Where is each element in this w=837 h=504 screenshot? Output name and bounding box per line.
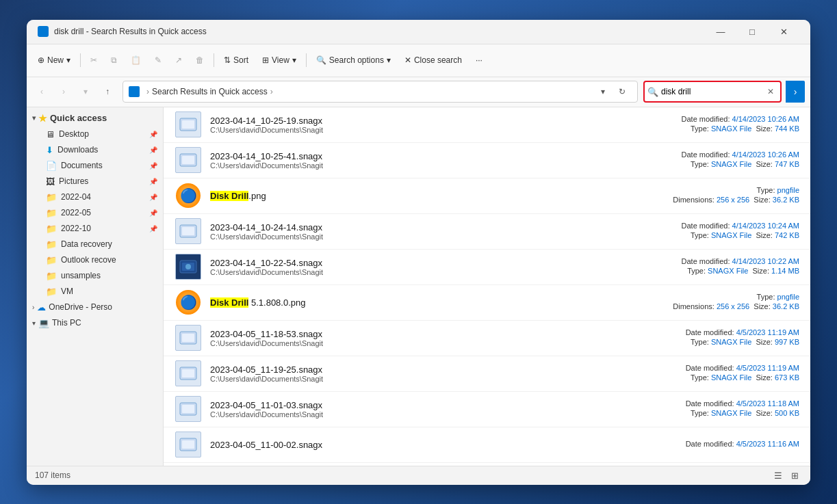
table-row[interactable]: 2023-04-05_11-18-53.snagx C:\Users\david… [164,321,810,356]
close-search-icon: ✕ [404,55,411,65]
svg-point-8 [185,264,191,269]
folder-2022-04-label: 2022-04 [61,192,145,202]
pictures-pin-icon: 📌 [149,178,157,185]
sidebar-item-unsamples[interactable]: 📁 unsamples [27,268,163,284]
folder-2022-10-pin-icon: 📌 [149,225,157,233]
file-path: C:\Users\david\Documents\Snagit [210,375,621,383]
rename-button[interactable]: ✎ [149,49,167,71]
file-thumbnail [175,253,202,280]
file-name: 2023-04-05_11-01-03.snagx [210,400,621,410]
sidebar-item-vm[interactable]: 📁 VM [27,284,163,300]
quick-access-label: Quick access [50,113,107,123]
search-options-button[interactable]: 🔍 Search options ▾ [311,49,396,71]
back-button[interactable]: ‹ [32,82,51,101]
file-list: 2023-04-14_10-25-19.snagx C:\Users\david… [164,107,810,466]
sidebar-item-documents[interactable]: 📄 Documents 📌 [27,158,163,174]
this-pc-arrow: ▾ [32,319,36,327]
delete-button[interactable]: 🗑 [190,49,209,71]
sidebar: ▾ ★ Quick access 🖥 Desktop 📌 ⬇ Downloads… [27,107,164,466]
file-info: 2023-04-14_10-24-14.snagx C:\Users\david… [210,222,621,241]
table-row[interactable]: 2023-04-14_10-25-41.snagx C:\Users\david… [164,143,810,178]
cut-button[interactable]: ✂ [85,49,103,71]
new-button[interactable]: ⊕ New ▾ [32,49,76,71]
table-row[interactable]: 2023-04-14_10-22-54.snagx C:\Users\david… [164,250,810,285]
sidebar-item-outlook-recovery[interactable]: 📁 Outlook recove [27,252,163,268]
file-path: C:\Users\david\Documents\Snagit [210,126,621,134]
copy-icon: ⧉ [111,55,117,65]
view-button[interactable]: ⊞ View ▾ [257,49,302,71]
file-meta: Type: pngfile Dimensions: 256 x 256 Size… [621,186,799,205]
share-button[interactable]: ↗ [170,49,188,71]
documents-label: Documents [61,161,145,170]
view-icon: ⊞ [262,55,269,65]
address-path[interactable]: › Search Results in Quick access › ▾ ↻ [123,81,638,103]
recent-locations-button[interactable]: ▾ [76,82,95,101]
svg-rect-16 [182,440,194,449]
table-row[interactable]: 🔵 Disk Drill 5.1.808.0.png Type: pngfile… [164,285,810,321]
title-controls: — □ ✕ [705,20,799,44]
file-path: C:\Users\david\Documents\Snagit [210,410,621,419]
path-end-chevron: › [270,87,273,96]
file-info: 2023-04-05_11-19-25.snagx C:\Users\david… [210,364,621,383]
dropdown-button[interactable]: ▾ [593,82,613,101]
copy-button[interactable]: ⧉ [105,49,123,71]
more-button[interactable]: ··· [470,49,488,71]
folder-unsamples-label: unsamples [61,271,157,280]
this-pc-section[interactable]: ▾ 💻 This PC [27,315,163,331]
file-name: 2023-04-05_11-18-53.snagx [210,329,621,339]
sort-icon: ⇅ [224,55,231,65]
list-view-button[interactable]: ☰ [771,468,786,483]
close-button[interactable]: ✕ [768,20,799,44]
forward-button[interactable]: › [54,82,73,101]
onedrive-section[interactable]: › ☁ OneDrive - Perso [27,300,163,315]
detail-view-button[interactable]: ⊞ [787,468,802,483]
search-clear-button[interactable]: ✕ [764,85,777,98]
table-row[interactable]: 🔵 Disk Drill.png Type: pngfile Dimension… [164,178,810,214]
file-thumbnail [175,111,202,138]
folder-outlook-label: Outlook recove [61,255,157,265]
documents-icon: 📄 [46,161,57,171]
sidebar-item-2022-05[interactable]: 📁 2022-05 📌 [27,205,163,221]
folder-2022-10-label: 2022-10 [61,224,145,233]
file-path: C:\Users\david\Documents\Snagit [210,268,621,276]
rename-icon: ✎ [155,55,162,65]
sidebar-item-downloads[interactable]: ⬇ Downloads 📌 [27,142,163,158]
file-info: 2023-04-05_11-18-53.snagx C:\Users\david… [210,329,621,347]
sidebar-item-2022-10[interactable]: 📁 2022-10 📌 [27,221,163,237]
minimize-button[interactable]: — [705,20,736,44]
sidebar-item-2022-04[interactable]: 📁 2022-04 📌 [27,189,163,205]
file-meta: Date modified: 4/14/2023 10:26 AM Type: … [621,150,799,170]
folder-2022-04-icon: 📁 [46,192,57,202]
separator-1 [80,53,81,67]
close-search-button[interactable]: ✕ Close search [399,49,467,71]
sidebar-item-pictures[interactable]: 🖼 Pictures 📌 [27,174,163,189]
table-row[interactable]: 2023-04-14_10-24-14.snagx C:\Users\david… [164,214,810,250]
file-meta: Date modified: 4/5/2023 11:16 AM [621,440,799,449]
paste-button[interactable]: 📋 [125,49,146,71]
file-thumbnail [175,217,202,245]
table-row[interactable]: 2023-04-05_11-00-02.snagx Date modified:… [164,427,810,463]
up-button[interactable]: ↑ [98,82,117,101]
table-row[interactable]: 2023-04-14_10-25-19.snagx C:\Users\david… [164,107,810,143]
file-info: 2023-04-14_10-25-19.snagx C:\Users\david… [210,116,621,134]
file-name: 2023-04-05_11-19-25.snagx [210,364,621,375]
table-row[interactable]: 2023-04-05_11-01-03.snagx C:\Users\david… [164,392,810,427]
svg-rect-14 [182,405,194,413]
desktop-icon: 🖥 [46,129,55,140]
search-input[interactable] [661,87,764,96]
file-info: 2023-04-14_10-22-54.snagx C:\Users\david… [210,258,621,276]
quick-access-header[interactable]: ▾ ★ Quick access [27,110,163,127]
new-icon: ⊕ [38,55,44,65]
sidebar-item-desktop[interactable]: 🖥 Desktop 📌 [27,127,163,142]
folder-2022-10-icon: 📁 [46,224,57,234]
title-bar: disk drill - Search Results in Quick acc… [27,20,810,44]
search-go-button[interactable]: › [786,81,805,103]
sidebar-item-data-recovery[interactable]: 📁 Data recovery [27,237,163,252]
maximize-button[interactable]: □ [736,20,768,44]
file-thumbnail: 🔵 [175,182,202,209]
refresh-button[interactable]: ↻ [613,82,632,101]
file-path: C:\Users\david\Documents\Snagit [210,161,621,170]
folder-2022-05-icon: 📁 [46,208,57,218]
sort-button[interactable]: ⇅ Sort [218,49,254,71]
table-row[interactable]: 2023-04-05_11-19-25.snagx C:\Users\david… [164,356,810,392]
